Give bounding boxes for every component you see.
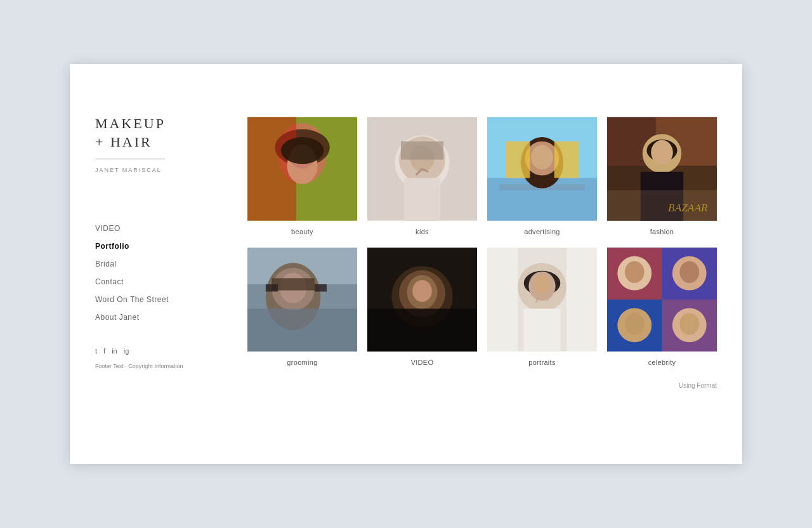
portfolio-item-celebrity[interactable]: celebrity — [607, 246, 717, 366]
linkedin-icon[interactable]: in — [112, 347, 117, 355]
portfolio-label-advertising: advertising — [524, 228, 560, 235]
logo-subtitle: JANET MARISCAL — [95, 167, 203, 173]
instagram-icon[interactable]: ig — [124, 347, 129, 355]
portfolio-grid: beauty — [247, 115, 717, 366]
svg-point-68 — [625, 313, 645, 335]
portfolio-thumb-video — [367, 246, 477, 353]
portfolio-thumb-advertising — [487, 115, 597, 223]
portfolio-label-kids: kids — [416, 228, 429, 235]
portfolio-label-video: VIDEO — [411, 359, 434, 366]
portfolio-thumb-beauty — [247, 115, 357, 223]
portfolio-label-fashion: fashion — [650, 228, 674, 235]
svg-rect-46 — [367, 308, 477, 351]
svg-point-66 — [625, 261, 645, 283]
svg-point-67 — [679, 261, 699, 283]
portfolio-label-grooming: grooming — [287, 359, 317, 366]
using-format: Using Format — [247, 379, 717, 390]
portfolio-label-beauty: beauty — [291, 228, 313, 235]
portfolio-thumb-portraits — [487, 246, 597, 353]
svg-rect-37 — [247, 308, 357, 351]
portfolio-item-kids[interactable]: kids — [367, 115, 477, 235]
svg-rect-22 — [554, 142, 579, 178]
twitter-icon[interactable]: t — [95, 347, 97, 355]
svg-point-47 — [412, 280, 432, 302]
logo-divider — [95, 159, 165, 159]
nav-item-contact[interactable]: Contact — [95, 277, 203, 286]
nav-item-word-on-street[interactable]: Word On The Street — [95, 295, 203, 304]
portfolio-label-portraits: portraits — [528, 359, 555, 366]
portfolio-item-video[interactable]: VIDEO — [367, 246, 477, 366]
svg-point-69 — [679, 313, 699, 335]
svg-point-54 — [534, 275, 550, 294]
nav-menu: VIDEO Portfolio Bridal Contact Word On T… — [95, 224, 203, 322]
portfolio-item-grooming[interactable]: grooming — [247, 246, 357, 366]
page-content: MAKEUP + HAIR JANET MARISCAL VIDEO Portf… — [70, 64, 742, 464]
nav-item-bridal[interactable]: Bridal — [95, 260, 203, 268]
svg-point-23 — [531, 145, 553, 169]
portfolio-item-portraits[interactable]: portraits — [487, 246, 597, 366]
svg-rect-11 — [404, 178, 441, 220]
nav-item-video[interactable]: VIDEO — [95, 224, 203, 233]
nav-item-portfolio[interactable]: Portfolio — [95, 242, 203, 251]
main-content: beauty — [222, 115, 717, 439]
nav-item-about[interactable]: About Janet — [95, 313, 203, 322]
portfolio-item-beauty[interactable]: beauty — [247, 115, 357, 235]
browser-window: MAKEUP + HAIR JANET MARISCAL VIDEO Portf… — [70, 64, 742, 464]
portfolio-item-fashion[interactable]: BAZAAR fashion — [607, 115, 717, 235]
svg-rect-41 — [315, 284, 327, 292]
svg-point-30 — [651, 140, 673, 164]
svg-text:BAZAAR: BAZAAR — [668, 202, 708, 214]
portfolio-thumb-grooming — [247, 246, 357, 353]
portfolio-label-celebrity: celebrity — [648, 359, 676, 366]
footer-text: Footer Text · Copyright Information — [95, 362, 203, 371]
logo-line2: + HAIR — [95, 134, 152, 150]
sidebar: MAKEUP + HAIR JANET MARISCAL VIDEO Portf… — [95, 115, 222, 439]
svg-rect-53 — [524, 308, 561, 351]
svg-rect-40 — [266, 284, 278, 292]
logo-title: MAKEUP + HAIR — [95, 115, 203, 151]
svg-rect-21 — [506, 142, 530, 178]
logo-area: MAKEUP + HAIR JANET MARISCAL — [95, 115, 203, 173]
portfolio-thumb-celebrity — [607, 246, 717, 353]
portfolio-item-advertising[interactable]: advertising — [487, 115, 597, 235]
facebook-icon[interactable]: f — [103, 347, 105, 355]
svg-point-7 — [281, 137, 324, 164]
portfolio-thumb-kids — [367, 115, 477, 223]
using-format-link[interactable]: Using Format — [679, 382, 717, 389]
social-links: t f in ig — [95, 347, 203, 355]
portfolio-thumb-fashion: BAZAAR — [607, 115, 717, 223]
svg-rect-39 — [272, 278, 314, 290]
logo-line1: MAKEUP — [95, 116, 166, 131]
svg-rect-13 — [401, 142, 443, 160]
